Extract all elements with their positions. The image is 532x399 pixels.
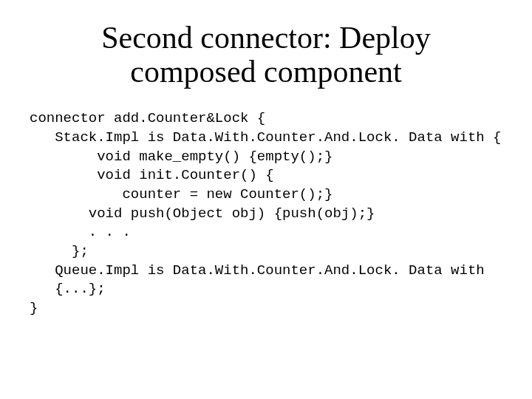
code-line: }	[30, 300, 38, 316]
code-line: };	[30, 243, 89, 259]
code-line: void init.Counter() {	[30, 167, 274, 183]
code-line: void make_empty() {empty();}	[30, 149, 332, 165]
code-line: Stack.Impl is Data.With.Counter.And.Lock…	[30, 129, 502, 146]
code-line: {...};	[30, 281, 106, 297]
title-line-2: composed component	[130, 55, 401, 89]
code-line: . . .	[30, 224, 131, 240]
code-line: Queue.Impl is Data.With.Counter.And.Lock…	[30, 262, 485, 279]
code-line: counter = new Counter();}	[30, 186, 332, 202]
code-block: connector add.Counter&Lock { Stack.Impl …	[30, 109, 502, 318]
slide: Second connector: Deploy composed compon…	[0, 0, 532, 399]
code-line: connector add.Counter&Lock {	[30, 110, 265, 126]
code-line: void push(Object obj) {push(obj);}	[30, 205, 375, 222]
slide-title: Second connector: Deploy composed compon…	[30, 21, 502, 89]
title-line-1: Second connector: Deploy	[101, 21, 431, 55]
